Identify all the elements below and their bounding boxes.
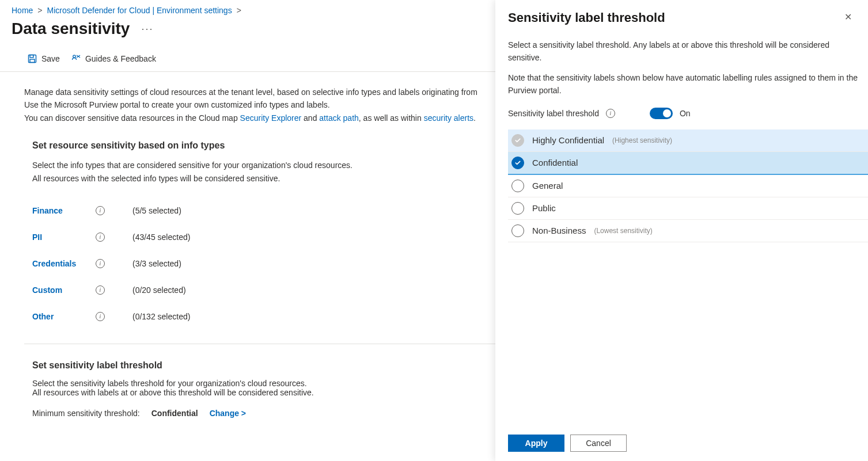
svg-point-3 bbox=[73, 55, 75, 58]
desc-line3b: and bbox=[301, 113, 319, 123]
info-icon[interactable]: i bbox=[96, 259, 105, 268]
infotype-status: (0/20 selected) bbox=[132, 285, 186, 295]
infotype-status: (43/45 selected) bbox=[132, 233, 190, 242]
security-explorer-link[interactable]: Security Explorer bbox=[240, 113, 302, 123]
desc-line3a: You can discover sensitive data resource… bbox=[24, 113, 240, 123]
save-button[interactable]: Save bbox=[28, 54, 60, 63]
radio-icon bbox=[511, 180, 524, 192]
checkmark-icon bbox=[511, 157, 524, 169]
radio-icon bbox=[511, 224, 524, 237]
threshold-label: Minimum sensitivity threshold: bbox=[32, 409, 140, 418]
cancel-button[interactable]: Cancel bbox=[570, 435, 627, 452]
info-icon[interactable]: i bbox=[96, 206, 105, 215]
infotype-status: (5/5 selected) bbox=[132, 206, 181, 215]
desc-line2: Use the Microsoft Purview portal to crea… bbox=[24, 98, 520, 111]
panel-paragraph-2: Note that the sensitivity labels shown b… bbox=[508, 72, 868, 97]
info-icon[interactable]: i bbox=[96, 285, 105, 295]
checkmark-icon bbox=[511, 134, 524, 147]
sensitivity-label-name: Non-Business bbox=[532, 226, 586, 235]
desc-line3d: . bbox=[473, 113, 476, 123]
labels-heading: Set sensitivity label threshold bbox=[32, 360, 520, 371]
svg-rect-2 bbox=[30, 59, 35, 63]
sensitivity-label-name: Highly Confidential bbox=[532, 135, 604, 145]
sensitivity-option[interactable]: General bbox=[508, 175, 868, 197]
security-alerts-link[interactable]: security alerts bbox=[424, 113, 473, 123]
chevron-right-icon: > bbox=[37, 6, 42, 15]
guides-feedback-label: Guides & Feedback bbox=[85, 54, 156, 63]
infotype-row: PIIi(43/45 selected) bbox=[32, 224, 520, 250]
threshold-value: Confidential bbox=[151, 409, 198, 418]
labels-sub2: All resources with labels at or above th… bbox=[32, 388, 520, 397]
save-icon bbox=[28, 54, 37, 63]
infotype-row: Financei(5/5 selected) bbox=[32, 197, 520, 224]
info-icon[interactable]: i bbox=[606, 109, 615, 118]
infotypes-sub2: All resources with the selected info typ… bbox=[32, 172, 520, 185]
info-icon[interactable]: i bbox=[96, 233, 105, 242]
infotypes-heading: Set resource sensitivity based on info t… bbox=[24, 140, 520, 151]
description-text: Manage data sensitivity settings of clou… bbox=[24, 86, 520, 124]
sensitivity-label-name: Confidential bbox=[532, 158, 578, 167]
infotype-link-credentials[interactable]: Credentials bbox=[32, 259, 96, 268]
feedback-icon bbox=[71, 54, 81, 63]
infotype-row: Otheri(0/132 selected) bbox=[32, 303, 520, 330]
chevron-right-icon: > bbox=[237, 6, 241, 15]
desc-line3c: , as well as within bbox=[359, 113, 424, 123]
panel-title: Sensitivity label threshold bbox=[508, 10, 665, 25]
save-label: Save bbox=[41, 54, 60, 63]
sensitivity-label-hint: (Highest sensitivity) bbox=[612, 136, 672, 144]
infotype-row: Credentialsi(3/3 selected) bbox=[32, 250, 520, 277]
infotype-link-other[interactable]: Other bbox=[32, 312, 96, 321]
infotype-link-finance[interactable]: Finance bbox=[32, 206, 96, 215]
sensitivity-label-hint: (Lowest sensitivity) bbox=[594, 227, 652, 235]
page-title: Data sensitivity bbox=[12, 20, 130, 38]
desc-line1: Manage data sensitivity settings of clou… bbox=[24, 87, 477, 97]
info-icon[interactable]: i bbox=[96, 312, 105, 321]
threshold-panel: Sensitivity label threshold ✕ Select a s… bbox=[495, 0, 868, 461]
attack-path-link[interactable]: attack path bbox=[319, 113, 359, 123]
more-menu-button[interactable]: ··· bbox=[138, 21, 157, 37]
change-threshold-link[interactable]: Change > bbox=[210, 409, 246, 418]
svg-rect-1 bbox=[30, 55, 33, 58]
labels-sub1: Select the sensitivity labels threshold … bbox=[32, 379, 520, 388]
panel-paragraph-1: Select a sensitivity label threshold. An… bbox=[508, 39, 868, 64]
toggle-state: On bbox=[680, 109, 691, 118]
infotype-row: Customi(0/20 selected) bbox=[32, 277, 520, 303]
breadcrumb-defender[interactable]: Microsoft Defender for Cloud | Environme… bbox=[47, 6, 232, 15]
sensitivity-option[interactable]: Highly Confidential(Highest sensitivity) bbox=[508, 129, 868, 152]
breadcrumb-home[interactable]: Home bbox=[12, 6, 33, 15]
radio-icon bbox=[511, 202, 524, 215]
infotype-status: (0/132 selected) bbox=[132, 312, 190, 321]
infotype-status: (3/3 selected) bbox=[132, 259, 181, 268]
infotypes-sub1: Select the info types that are considere… bbox=[32, 159, 520, 172]
sensitivity-label-name: Public bbox=[532, 203, 556, 213]
guides-feedback-button[interactable]: Guides & Feedback bbox=[71, 54, 156, 63]
infotype-link-pii[interactable]: PII bbox=[32, 233, 96, 242]
sensitivity-option[interactable]: Public bbox=[508, 197, 868, 220]
close-icon[interactable]: ✕ bbox=[842, 10, 854, 24]
infotype-link-custom[interactable]: Custom bbox=[32, 285, 96, 295]
sensitivity-option[interactable]: Non-Business(Lowest sensitivity) bbox=[508, 220, 868, 242]
sensitivity-label-name: General bbox=[532, 181, 563, 191]
sensitivity-option[interactable]: Confidential bbox=[508, 152, 868, 175]
threshold-toggle[interactable] bbox=[650, 108, 673, 119]
apply-button[interactable]: Apply bbox=[508, 435, 564, 452]
toggle-label: Sensitivity label threshold bbox=[508, 109, 599, 118]
